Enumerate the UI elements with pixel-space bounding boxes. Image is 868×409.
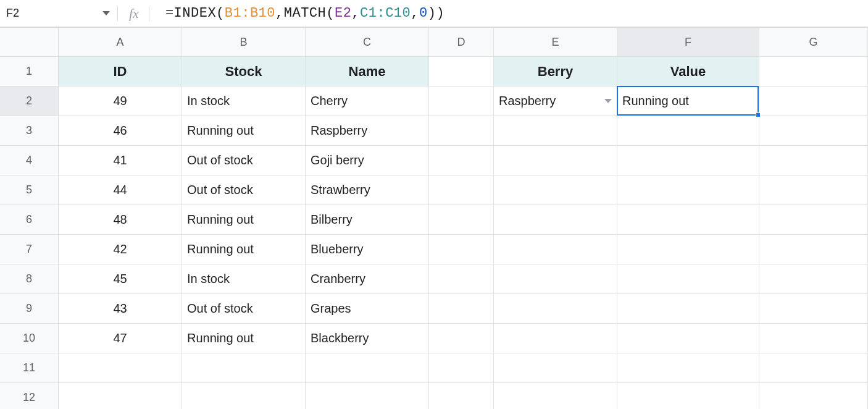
cell-C12[interactable] <box>306 383 429 409</box>
cell-B1[interactable]: Stock <box>182 57 306 86</box>
cell-B10[interactable]: Running out <box>182 324 306 353</box>
cell-C8[interactable]: Cranberry <box>306 264 429 294</box>
cell-D2[interactable] <box>429 86 494 116</box>
cell-G8[interactable] <box>759 264 868 294</box>
cell-A11[interactable] <box>59 353 182 383</box>
cell-C1[interactable]: Name <box>306 57 429 86</box>
formula-input[interactable]: =INDEX(B1:B10,MATCH(E2,C1:C10,0)) <box>165 6 444 21</box>
cell-F11[interactable] <box>617 353 759 383</box>
cell-G10[interactable] <box>759 324 868 353</box>
cell-C6[interactable]: Bilberry <box>306 205 429 235</box>
cell-E6[interactable] <box>494 205 617 235</box>
row-header-7[interactable]: 7 <box>0 235 59 264</box>
col-header-B[interactable]: B <box>182 27 306 57</box>
col-header-D[interactable]: D <box>429 27 494 57</box>
cell-G7[interactable] <box>759 235 868 264</box>
cell-E11[interactable] <box>494 353 617 383</box>
cell-E7[interactable] <box>494 235 617 264</box>
cell-G9[interactable] <box>759 294 868 324</box>
cell-D4[interactable] <box>429 146 494 175</box>
row-header-9[interactable]: 9 <box>0 294 59 324</box>
cell-E4[interactable] <box>494 146 617 175</box>
cell-A12[interactable] <box>59 383 182 409</box>
cell-E8[interactable] <box>494 264 617 294</box>
cell-B4[interactable]: Out of stock <box>182 146 306 175</box>
cell-C5[interactable]: Strawberry <box>306 175 429 205</box>
row-header-2[interactable]: 2 <box>0 86 59 116</box>
cell-B2[interactable]: In stock <box>182 86 306 116</box>
cell-D5[interactable] <box>429 175 494 205</box>
cell-G11[interactable] <box>759 353 868 383</box>
cell-D11[interactable] <box>429 353 494 383</box>
row-header-12[interactable]: 12 <box>0 383 59 409</box>
cell-G6[interactable] <box>759 205 868 235</box>
cell-E5[interactable] <box>494 175 617 205</box>
cell-A6[interactable]: 48 <box>59 205 182 235</box>
row-header-1[interactable]: 1 <box>0 57 59 86</box>
cell-E9[interactable] <box>494 294 617 324</box>
select-all-corner[interactable] <box>0 27 59 57</box>
cell-C7[interactable]: Blueberry <box>306 235 429 264</box>
cell-F3[interactable] <box>617 116 759 146</box>
col-header-E[interactable]: E <box>494 27 617 57</box>
cell-G5[interactable] <box>759 175 868 205</box>
cell-F6[interactable] <box>617 205 759 235</box>
cell-E2[interactable]: Raspberry <box>494 86 617 116</box>
cell-G2[interactable] <box>759 86 868 116</box>
cell-B3[interactable]: Running out <box>182 116 306 146</box>
col-header-A[interactable]: A <box>59 27 182 57</box>
cell-E12[interactable] <box>494 383 617 409</box>
cell-C11[interactable] <box>306 353 429 383</box>
cell-C3[interactable]: Raspberry <box>306 116 429 146</box>
col-header-C[interactable]: C <box>306 27 429 57</box>
cell-F5[interactable] <box>617 175 759 205</box>
cell-D1[interactable] <box>429 57 494 86</box>
row-header-10[interactable]: 10 <box>0 324 59 353</box>
chevron-down-icon[interactable] <box>604 99 612 103</box>
name-box[interactable]: F2 <box>0 7 59 20</box>
row-header-3[interactable]: 3 <box>0 116 59 146</box>
cell-C9[interactable]: Grapes <box>306 294 429 324</box>
cell-A7[interactable]: 42 <box>59 235 182 264</box>
cell-C2[interactable]: Cherry <box>306 86 429 116</box>
cell-A5[interactable]: 44 <box>59 175 182 205</box>
cell-B7[interactable]: Running out <box>182 235 306 264</box>
cell-F2[interactable]: Running out <box>617 86 759 116</box>
cell-D3[interactable] <box>429 116 494 146</box>
cell-F1[interactable]: Value <box>617 57 759 86</box>
spreadsheet-grid[interactable]: A B C D E F G 1 ID Stock Name Berry Valu… <box>0 27 868 409</box>
cell-G3[interactable] <box>759 116 868 146</box>
row-header-11[interactable]: 11 <box>0 353 59 383</box>
cell-D10[interactable] <box>429 324 494 353</box>
cell-A2[interactable]: 49 <box>59 86 182 116</box>
cell-F10[interactable] <box>617 324 759 353</box>
cell-C4[interactable]: Goji berry <box>306 146 429 175</box>
cell-D8[interactable] <box>429 264 494 294</box>
cell-D9[interactable] <box>429 294 494 324</box>
cell-A10[interactable]: 47 <box>59 324 182 353</box>
cell-F12[interactable] <box>617 383 759 409</box>
name-box-dropdown[interactable] <box>59 11 117 15</box>
cell-F9[interactable] <box>617 294 759 324</box>
row-header-6[interactable]: 6 <box>0 205 59 235</box>
cell-A9[interactable]: 43 <box>59 294 182 324</box>
cell-G1[interactable] <box>759 57 868 86</box>
cell-E3[interactable] <box>494 116 617 146</box>
cell-E10[interactable] <box>494 324 617 353</box>
cell-F8[interactable] <box>617 264 759 294</box>
cell-B12[interactable] <box>182 383 306 409</box>
cell-G4[interactable] <box>759 146 868 175</box>
cell-E1[interactable]: Berry <box>494 57 617 86</box>
col-header-G[interactable]: G <box>759 27 868 57</box>
row-header-5[interactable]: 5 <box>0 175 59 205</box>
cell-A8[interactable]: 45 <box>59 264 182 294</box>
cell-F7[interactable] <box>617 235 759 264</box>
cell-B9[interactable]: Out of stock <box>182 294 306 324</box>
row-header-4[interactable]: 4 <box>0 146 59 175</box>
cell-G12[interactable] <box>759 383 868 409</box>
cell-D12[interactable] <box>429 383 494 409</box>
cell-B6[interactable]: Running out <box>182 205 306 235</box>
cell-B8[interactable]: In stock <box>182 264 306 294</box>
cell-B5[interactable]: Out of stock <box>182 175 306 205</box>
cell-C10[interactable]: Blackberry <box>306 324 429 353</box>
